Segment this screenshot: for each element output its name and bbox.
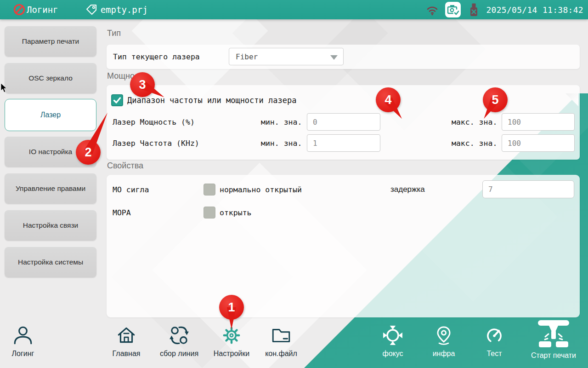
user-icon xyxy=(12,325,34,346)
delay-label: задержка xyxy=(390,182,425,197)
test-gauge-icon xyxy=(484,325,505,346)
bottom-item-home[interactable]: Главная xyxy=(101,325,152,358)
bottom-item-label: фокус xyxy=(382,350,403,358)
mo-signal-checkbox[interactable] xyxy=(204,184,215,196)
mo-signal-option-label: нормально открытый xyxy=(220,182,302,197)
tag-icon xyxy=(85,3,98,16)
frequency-row-label: Лазер Частота (KHz) xyxy=(113,134,199,152)
min-value-label: мин. зна. xyxy=(261,113,302,131)
frequency-max-input[interactable]: 100 xyxy=(502,134,575,152)
bottom-item-config-file[interactable]: кон.файл xyxy=(256,325,306,358)
sidebar-item-osc-mirror[interactable]: OSC зеркало xyxy=(5,63,96,93)
sidebar-item-rights[interactable]: Управление правами xyxy=(5,173,96,204)
delay-input[interactable]: 7 xyxy=(482,180,574,198)
home-icon xyxy=(116,325,137,346)
laser-type-dropdown[interactable]: Fiber xyxy=(229,48,344,65)
bottom-toolbar: Логинг Главная сбор линия Настройки кон.… xyxy=(0,317,588,368)
bottom-item-collect-line[interactable]: сбор линия xyxy=(154,325,204,358)
annotation-badge-2: 2 xyxy=(76,140,101,165)
bottom-item-start-print[interactable]: Старт печати xyxy=(524,320,583,360)
max-value-label: макс. зна. xyxy=(452,113,497,131)
chevron-down-icon xyxy=(330,55,338,60)
annotation-badge-4: 4 xyxy=(376,87,401,112)
mopa-option-label: открыть xyxy=(220,205,252,220)
bottom-item-label: инфра xyxy=(433,350,455,358)
laser-type-label: Тип текущего лазера xyxy=(113,45,200,69)
sidebar-item-comm-settings[interactable]: Настройка связи xyxy=(5,210,96,241)
bottom-item-label: Старт печати xyxy=(531,351,576,360)
mouse-cursor xyxy=(0,83,8,95)
folder-icon xyxy=(271,325,292,346)
wifi-icon xyxy=(425,2,440,17)
mo-signal-label: MO сигла xyxy=(113,182,149,197)
frequency-min-input[interactable]: 1 xyxy=(307,134,380,152)
camera-check-icon xyxy=(445,1,461,18)
min-value-label: мин. зна. xyxy=(261,134,302,152)
usb-icon xyxy=(466,1,481,18)
bottom-item-label: Настройки xyxy=(214,350,249,358)
sidebar-item-print-params[interactable]: Параметр печати xyxy=(5,26,96,57)
datetime-display: 2025/05/14 11:38:42 xyxy=(486,5,583,15)
check-icon xyxy=(112,95,122,105)
max-value-label: макс. зна. xyxy=(452,134,497,152)
power-card: Диапазон частоты или мощности лазера Лаз… xyxy=(107,85,580,160)
mopa-checkbox[interactable] xyxy=(204,207,215,218)
laser-type-value: Fiber xyxy=(236,52,258,61)
sidebar-item-system-settings[interactable]: Настройка системы xyxy=(5,247,96,277)
range-checkbox-label: Диапазон частоты или мощности лазера xyxy=(127,92,296,109)
properties-card: MO сигла нормально открытый задержка 7 M… xyxy=(107,175,580,317)
annotation-badge-1: 1 xyxy=(219,295,244,320)
bottom-item-focus[interactable]: фокус xyxy=(368,325,418,358)
bottom-item-label: сбор линия xyxy=(160,350,198,358)
bottom-item-test[interactable]: Тест xyxy=(469,325,520,358)
bottom-item-label: Главная xyxy=(113,350,141,358)
logged-in-user[interactable]: Логинг xyxy=(27,5,58,15)
start-print-icon xyxy=(537,320,571,349)
top-status-bar: Логинг empty.prj 2025/05/14 11:38:42 xyxy=(0,0,588,19)
mopa-label: MOPA xyxy=(113,205,131,220)
bottom-item-label: Логинг xyxy=(12,350,34,358)
power-min-input[interactable]: 0 xyxy=(307,113,380,131)
power-max-input[interactable]: 100 xyxy=(502,113,575,131)
bottom-item-label: Тест xyxy=(486,350,502,358)
section-title-type: Тип xyxy=(107,29,121,38)
power-row-label: Лазер Мощность (%) xyxy=(113,113,195,131)
focus-icon xyxy=(382,325,403,346)
range-checkbox[interactable] xyxy=(111,94,123,106)
annotation-badge-5: 5 xyxy=(483,87,508,112)
prohibition-icon xyxy=(13,3,26,16)
sidebar-item-laser[interactable]: Лазер xyxy=(5,99,96,131)
bottom-item-login[interactable]: Логинг xyxy=(0,325,48,358)
bottom-item-label: кон.файл xyxy=(265,350,297,358)
collect-line-icon xyxy=(169,325,190,346)
bottom-item-settings[interactable]: Настройки xyxy=(206,325,257,358)
location-pin-icon xyxy=(433,325,454,346)
bottom-item-infrared[interactable]: инфра xyxy=(418,325,469,358)
annotation-badge-3: 3 xyxy=(130,72,155,97)
type-card: Тип текущего лазера Fiber xyxy=(107,45,580,69)
section-title-properties: Свойства xyxy=(107,161,143,171)
project-name[interactable]: empty.prj xyxy=(101,5,148,15)
